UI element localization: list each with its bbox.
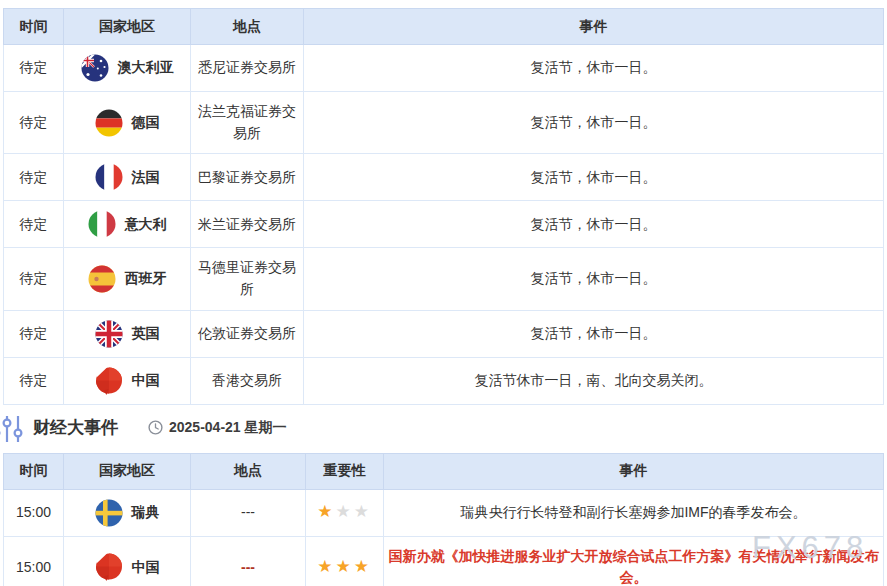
column-header: 事件 [304, 9, 884, 45]
country-wrap: 瑞典 [68, 499, 186, 527]
importance-stars: ★★★ [317, 502, 372, 521]
country-cell: 意大利 [64, 201, 191, 248]
flag-fr-icon [95, 163, 123, 191]
country-name: 西班牙 [125, 268, 167, 290]
star-icon: ★ [354, 502, 372, 521]
event-cell: 复活节休市一日，南、北向交易关闭。 [304, 357, 884, 404]
event-cell: 复活节，休市一日。 [304, 248, 884, 310]
time-cell: 待定 [4, 45, 64, 92]
country-wrap: 法国 [68, 163, 186, 191]
events-branch-icon [0, 413, 26, 443]
time-cell: 15:00 [4, 536, 64, 586]
country-name: 中国 [132, 370, 160, 392]
table-row: 15:00中国---★★★国新办就《加快推进服务业扩大开放综合试点工作方案》有关… [4, 536, 884, 586]
location-cell: 马德里证券交易所 [191, 248, 304, 310]
section-date: 2025-04-21 星期一 [169, 419, 287, 437]
events-table-body: 15:00瑞典---★★★瑞典央行行长特登和副行长塞姆参加IMF的春季发布会。1… [4, 489, 884, 586]
time-cell: 待定 [4, 201, 64, 248]
country-wrap: 中国 [68, 553, 186, 581]
holiday-table: 时间国家地区地点事件 待定澳大利亚悉尼证券交易所复活节，休市一日。待定德国法兰克… [3, 8, 884, 405]
star-icon: ★ [335, 502, 353, 521]
flag-it-icon [88, 210, 116, 238]
table-row: 待定澳大利亚悉尼证券交易所复活节，休市一日。 [4, 45, 884, 92]
country-cell: 瑞典 [64, 489, 191, 536]
flag-au-icon [81, 54, 109, 82]
flag-cn-icon [95, 553, 123, 581]
country-name: 瑞典 [132, 502, 160, 524]
table-row: 15:00瑞典---★★★瑞典央行行长特登和副行长塞姆参加IMF的春季发布会。 [4, 489, 884, 536]
country-wrap: 意大利 [68, 210, 186, 238]
table-row: 待定英国伦敦证券交易所复活节，休市一日。 [4, 310, 884, 357]
time-cell: 待定 [4, 357, 64, 404]
flag-se-icon [95, 499, 123, 527]
time-cell: 待定 [4, 154, 64, 201]
country-cell: 中国 [64, 357, 191, 404]
star-icon: ★ [317, 502, 335, 521]
star-icon: ★ [354, 557, 372, 576]
country-wrap: 澳大利亚 [68, 54, 186, 82]
column-header: 事件 [384, 453, 884, 489]
section-header: 财经大事件 2025-04-21 星期一 [0, 411, 887, 445]
table-row: 待定意大利米兰证券交易所复活节，休市一日。 [4, 201, 884, 248]
location-cell: 悉尼证券交易所 [191, 45, 304, 92]
location-cell: 香港交易所 [191, 357, 304, 404]
importance-cell: ★★★ [306, 489, 384, 536]
country-cell: 法国 [64, 154, 191, 201]
country-cell: 澳大利亚 [64, 45, 191, 92]
column-header: 地点 [191, 453, 306, 489]
column-header: 国家地区 [64, 453, 191, 489]
column-header: 时间 [4, 453, 64, 489]
country-name: 意大利 [125, 214, 167, 236]
holiday-table-body: 待定澳大利亚悉尼证券交易所复活节，休市一日。待定德国法兰克福证券交易所复活节，休… [4, 45, 884, 405]
country-name: 中国 [132, 557, 160, 579]
country-cell: 西班牙 [64, 248, 191, 310]
column-header: 时间 [4, 9, 64, 45]
flag-gb-icon [95, 320, 123, 348]
time-cell: 待定 [4, 248, 64, 310]
time-cell: 15:00 [4, 489, 64, 536]
event-cell: 复活节，休市一日。 [304, 45, 884, 92]
country-name: 澳大利亚 [118, 57, 174, 79]
section-title: 财经大事件 [33, 416, 118, 439]
events-table: 时间国家地区地点重要性事件 15:00瑞典---★★★瑞典央行行长特登和副行长塞… [3, 453, 884, 586]
flag-es-icon [88, 265, 116, 293]
country-cell: 德国 [64, 92, 191, 154]
column-header: 国家地区 [64, 9, 191, 45]
table-row: 待定西班牙马德里证券交易所复活节，休市一日。 [4, 248, 884, 310]
country-wrap: 西班牙 [68, 265, 186, 293]
country-wrap: 英国 [68, 320, 186, 348]
importance-stars: ★★★ [317, 557, 372, 576]
location-cell: 巴黎证券交易所 [191, 154, 304, 201]
clock-icon [148, 420, 163, 435]
event-cell: 复活节，休市一日。 [304, 310, 884, 357]
location-cell: 法兰克福证券交易所 [191, 92, 304, 154]
time-cell: 待定 [4, 92, 64, 154]
holiday-table-header-row: 时间国家地区地点事件 [4, 9, 884, 45]
country-wrap: 德国 [68, 109, 186, 137]
flag-de-icon [95, 109, 123, 137]
flag-cn-icon [95, 367, 123, 395]
event-cell: 复活节，休市一日。 [304, 201, 884, 248]
country-wrap: 中国 [68, 367, 186, 395]
time-cell: 待定 [4, 310, 64, 357]
events-table-header-row: 时间国家地区地点重要性事件 [4, 453, 884, 489]
column-header: 重要性 [306, 453, 384, 489]
location-cell: 米兰证券交易所 [191, 201, 304, 248]
country-cell: 英国 [64, 310, 191, 357]
column-header: 地点 [191, 9, 304, 45]
country-cell: 中国 [64, 536, 191, 586]
star-icon: ★ [335, 557, 353, 576]
event-cell: 国新办就《加快推进服务业扩大开放综合试点工作方案》有关情况举行新闻发布会。 [384, 536, 884, 586]
country-name: 德国 [132, 112, 160, 134]
event-cell: 瑞典央行行长特登和副行长塞姆参加IMF的春季发布会。 [384, 489, 884, 536]
location-cell: --- [191, 536, 306, 586]
star-icon: ★ [317, 557, 335, 576]
table-row: 待定德国法兰克福证券交易所复活节，休市一日。 [4, 92, 884, 154]
location-cell: --- [191, 489, 306, 536]
country-name: 法国 [132, 167, 160, 189]
event-cell: 复活节，休市一日。 [304, 92, 884, 154]
country-name: 英国 [132, 323, 160, 345]
importance-cell: ★★★ [306, 536, 384, 586]
table-row: 待定法国巴黎证券交易所复活节，休市一日。 [4, 154, 884, 201]
location-cell: 伦敦证券交易所 [191, 310, 304, 357]
